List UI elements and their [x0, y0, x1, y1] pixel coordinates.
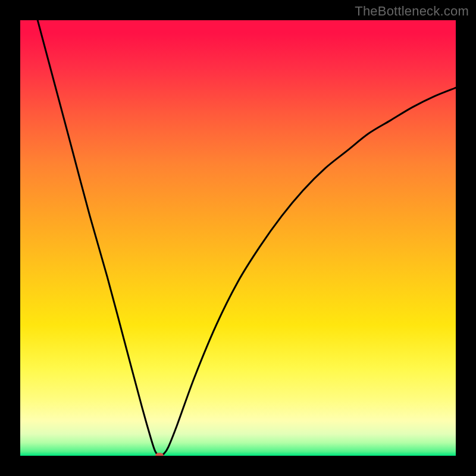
watermark-text: TheBottleneck.com: [355, 4, 469, 19]
bottleneck-curve: [20, 20, 456, 456]
chart-frame: TheBottleneck.com: [0, 0, 476, 476]
plot-area: [20, 20, 456, 456]
optimum-marker: [155, 453, 164, 456]
